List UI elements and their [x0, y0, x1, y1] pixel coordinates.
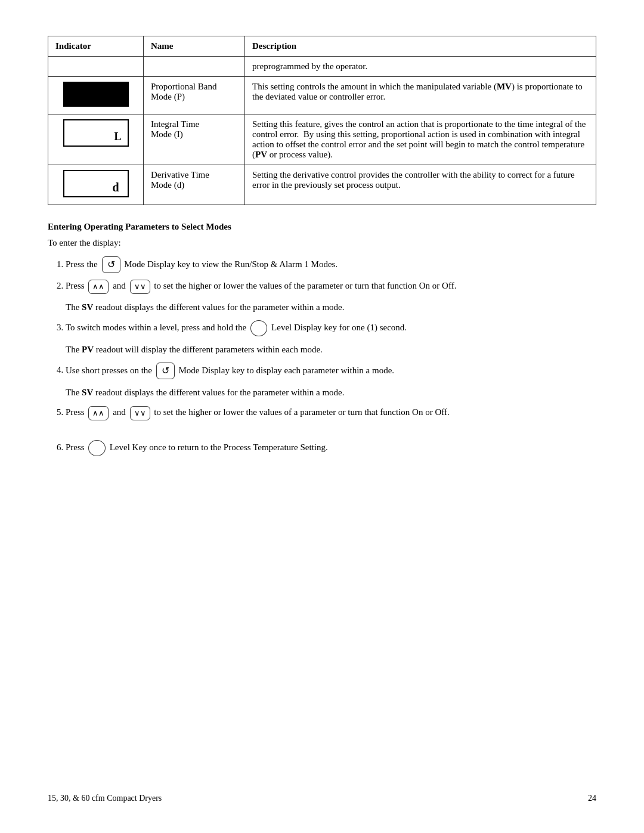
- desc-cell-2: Setting this feature, gives the control …: [245, 114, 596, 165]
- name-cell-1: Proportional BandMode (P): [144, 77, 245, 114]
- integral-time-indicator: [63, 119, 129, 147]
- list-item: Press ∧∧ and ∨∨ to set the higher or low…: [66, 279, 596, 294]
- table-row: preprogrammed by the operator.: [48, 57, 596, 77]
- step3-text-after: Level Display key for one (1) second.: [271, 323, 407, 332]
- step2-text-before: Press: [66, 281, 85, 290]
- sv-text-2: The SV readout displays the different va…: [66, 385, 596, 400]
- name-cell-3: Derivative TimeMode (d): [144, 165, 245, 205]
- indicator-cell-3: [48, 165, 144, 205]
- table-row: Proportional BandMode (P) This setting c…: [48, 77, 596, 114]
- indicator-cell-1: [48, 77, 144, 114]
- indicator-cell-0: [48, 57, 144, 77]
- steps-list-3: Use short presses on the ↺ Mode Display …: [66, 363, 596, 379]
- step6-text-before: Press: [66, 442, 85, 452]
- mode-display-key-1[interactable]: ↺: [102, 256, 120, 273]
- table-row: Integral TimeMode (I) Setting this featu…: [48, 114, 596, 165]
- name-cell-0: [144, 57, 245, 77]
- table-row: Derivative TimeMode (d) Setting the deri…: [48, 165, 596, 205]
- step5-and: and: [113, 407, 128, 417]
- steps-list-2: To switch modes within a level, press an…: [66, 320, 596, 336]
- footer-left: 15, 30, & 60 cfm Compact Dryers: [48, 794, 162, 803]
- steps-list: Press the ↺ Mode Display key to view the…: [66, 256, 596, 294]
- name-cell-2: Integral TimeMode (I): [144, 114, 245, 165]
- indicator-cell-2: [48, 114, 144, 165]
- step1-text-after: Mode Display key to view the Run/Stop & …: [124, 259, 338, 269]
- col-header-indicator: Indicator: [48, 36, 144, 57]
- proportional-band-indicator: [63, 82, 129, 107]
- step6-text-after: Level Key once to return to the Process …: [110, 442, 328, 452]
- step1-text-before: Press the: [66, 259, 98, 269]
- down-key-2[interactable]: ∨∨: [130, 406, 150, 420]
- col-header-description: Description: [245, 36, 596, 57]
- level-key-1[interactable]: [88, 440, 106, 456]
- step5-text-after: to set the higher or lower the values of…: [154, 407, 449, 417]
- step3-text-before: To switch modes within a level, press an…: [66, 323, 246, 332]
- up-key-2[interactable]: ∧∧: [88, 406, 109, 420]
- derivative-time-indicator: [63, 170, 129, 197]
- desc-cell-3: Setting the derivative control provides …: [245, 165, 596, 205]
- step2-text-after: to set the higher or lower the values of…: [154, 281, 456, 290]
- steps-list-5: Press Level Key once to return to the Pr…: [66, 440, 596, 456]
- step5-text-before: Press: [66, 407, 85, 417]
- list-item: Press the ↺ Mode Display key to view the…: [66, 256, 596, 273]
- list-item: Press Level Key once to return to the Pr…: [66, 440, 596, 456]
- sv-text-1: The SV readout displays the different va…: [66, 300, 596, 314]
- step4-text-before: Use short presses on the: [66, 365, 152, 374]
- indicator-table: Indicator Name Description preprogrammed…: [48, 36, 596, 205]
- step4-text-after: Mode Display key to display each paramet…: [178, 365, 394, 374]
- down-key-1[interactable]: ∨∨: [130, 280, 150, 294]
- mode-display-key-2[interactable]: ↺: [156, 363, 175, 379]
- step2-and: and: [113, 281, 128, 290]
- section-heading: Entering Operating Parameters to Select …: [48, 222, 596, 232]
- pv-text: The PV readout will display the differen…: [66, 342, 596, 357]
- footer-right: 24: [588, 794, 596, 803]
- list-item: To switch modes within a level, press an…: [66, 320, 596, 336]
- desc-cell-0: preprogrammed by the operator.: [245, 57, 596, 77]
- steps-list-4: Press ∧∧ and ∨∨ to set the higher or low…: [66, 405, 596, 420]
- up-key-1[interactable]: ∧∧: [88, 280, 109, 294]
- col-header-name: Name: [144, 36, 245, 57]
- list-item: Press ∧∧ and ∨∨ to set the higher or low…: [66, 405, 596, 420]
- list-item: Use short presses on the ↺ Mode Display …: [66, 363, 596, 379]
- footer: 15, 30, & 60 cfm Compact Dryers 24: [48, 794, 596, 803]
- desc-cell-1: This setting controls the amount in whic…: [245, 77, 596, 114]
- section-intro: To enter the display:: [48, 238, 596, 248]
- level-display-key-1[interactable]: [250, 320, 268, 336]
